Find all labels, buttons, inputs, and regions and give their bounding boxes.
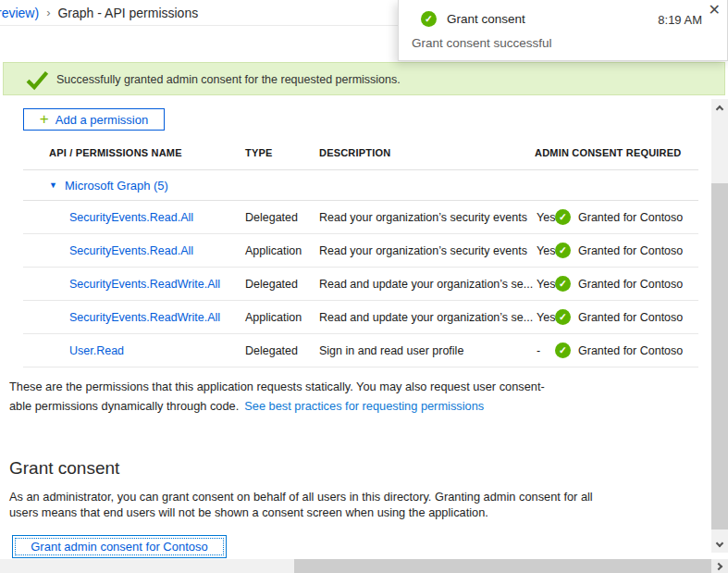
permission-description: Read your organization’s security events — [319, 211, 527, 224]
granted-check-icon: ✓ — [555, 343, 571, 358]
permissions-table: API / PERMISSIONS NAME TYPE DESCRIPTION … — [23, 139, 698, 367]
horizontal-scrollbar-thumb[interactable] — [294, 559, 711, 573]
api-group-label: Microsoft Graph (5) — [65, 179, 168, 193]
table-body: SecurityEvents.Read.All Delegated Read y… — [23, 201, 698, 367]
static-permissions-note: These are the permissions that this appl… — [9, 377, 545, 416]
add-permission-button[interactable]: + Add a permission — [23, 108, 165, 131]
table-row: SecurityEvents.Read.All Application Read… — [23, 234, 698, 268]
grant-status: Granted for Contoso — [578, 244, 683, 257]
permission-name-link[interactable]: User.Read — [69, 344, 124, 357]
chevron-up-icon — [716, 105, 723, 112]
api-group-row-microsoft-graph[interactable]: ▼ Microsoft Graph (5) — [23, 169, 698, 201]
table-row: SecurityEvents.ReadWrite.All Application… — [23, 301, 698, 334]
checkmark-icon — [24, 67, 50, 93]
plus-icon: + — [40, 111, 49, 127]
permission-type: Application — [245, 311, 302, 324]
toast-notification: ✓ Grant consent 8:19 AM Grant consent su… — [398, 0, 728, 61]
page-title: Graph - API permissions — [57, 6, 198, 20]
collapse-triangle-icon[interactable]: ▼ — [49, 181, 57, 190]
vertical-scrollbar-thumb[interactable] — [711, 183, 728, 529]
permission-name-link[interactable]: SecurityEvents.ReadWrite.All — [69, 278, 220, 291]
permission-description: Sign in and read user profile — [319, 344, 463, 357]
success-banner: Successfully granted admin consent for t… — [3, 62, 725, 95]
add-permission-label: Add a permission — [56, 113, 148, 127]
best-practices-link[interactable]: See best practices for requesting permis… — [244, 399, 484, 413]
horizontal-scrollbar[interactable] — [0, 559, 711, 573]
chevron-right-icon: › — [46, 6, 50, 19]
grant-status: Granted for Contoso — [578, 344, 683, 357]
vertical-scrollbar[interactable] — [711, 99, 728, 553]
permission-type: Delegated — [245, 211, 298, 224]
breadcrumb-parent-link[interactable]: review) — [0, 6, 39, 20]
table-row: User.Read Delegated Sign in and read use… — [23, 334, 698, 367]
column-header-type: TYPE — [245, 147, 273, 158]
note-line2: able permissions dynamically through cod… — [9, 399, 239, 413]
admin-consent-required-value: Yes — [537, 244, 555, 257]
scroll-right-button[interactable] — [711, 559, 728, 573]
toast-timestamp: 8:19 AM — [658, 13, 702, 27]
column-header-description: DESCRIPTION — [319, 147, 390, 158]
banner-message: Successfully granted admin consent for t… — [56, 73, 401, 86]
close-icon[interactable]: ✕ — [709, 2, 721, 19]
admin-consent-required-value: Yes — [537, 278, 555, 291]
permission-name-link[interactable]: SecurityEvents.ReadWrite.All — [69, 311, 220, 324]
chevron-right-scroll-icon — [715, 562, 722, 569]
scroll-up-button[interactable] — [711, 99, 728, 116]
permission-description: Read and update your organization’s se..… — [319, 311, 533, 324]
grant-status: Granted for Contoso — [578, 278, 683, 291]
grant-status: Granted for Contoso — [578, 311, 683, 324]
note-line1: These are the permissions that this appl… — [9, 380, 545, 393]
admin-consent-required-value: Yes — [537, 211, 555, 224]
column-header-name: API / PERMISSIONS NAME — [49, 147, 182, 158]
toast-message: Grant consent successful — [412, 36, 552, 50]
table-row: SecurityEvents.ReadWrite.All Delegated R… — [23, 268, 698, 301]
grant-desc-line2: users means that end users will not be s… — [9, 505, 488, 519]
grant-consent-description: As an administrator, you can grant conse… — [9, 489, 593, 520]
toast-title: Grant consent — [447, 12, 525, 26]
permission-description: Read and update your organization’s se..… — [319, 278, 533, 291]
admin-consent-required-value: Yes — [537, 311, 555, 324]
permission-name-link[interactable]: SecurityEvents.Read.All — [69, 244, 193, 257]
grant-consent-heading: Grant consent — [9, 458, 119, 479]
permission-description: Read your organization’s security events — [319, 244, 527, 257]
grant-admin-consent-button[interactable]: Grant admin consent for Contoso — [12, 535, 227, 558]
granted-check-icon: ✓ — [555, 276, 571, 292]
granted-check-icon: ✓ — [555, 209, 571, 225]
success-check-icon: ✓ — [421, 11, 437, 27]
admin-consent-required-value: - — [537, 344, 540, 357]
grant-status: Granted for Contoso — [578, 211, 683, 224]
scroll-down-button[interactable] — [711, 536, 728, 553]
permission-type: Delegated — [245, 344, 298, 357]
table-header-row: API / PERMISSIONS NAME TYPE DESCRIPTION … — [23, 139, 698, 169]
grant-desc-line1: As an administrator, you can grant conse… — [9, 490, 593, 504]
granted-check-icon: ✓ — [555, 243, 571, 258]
permission-name-link[interactable]: SecurityEvents.Read.All — [69, 211, 193, 224]
chevron-down-icon — [716, 539, 723, 546]
permission-type: Delegated — [245, 278, 298, 291]
granted-check-icon: ✓ — [555, 309, 571, 325]
permission-type: Application — [245, 244, 302, 257]
table-row: SecurityEvents.Read.All Delegated Read y… — [23, 201, 698, 234]
column-header-admin-consent: ADMIN CONSENT REQUIRED — [535, 147, 681, 158]
